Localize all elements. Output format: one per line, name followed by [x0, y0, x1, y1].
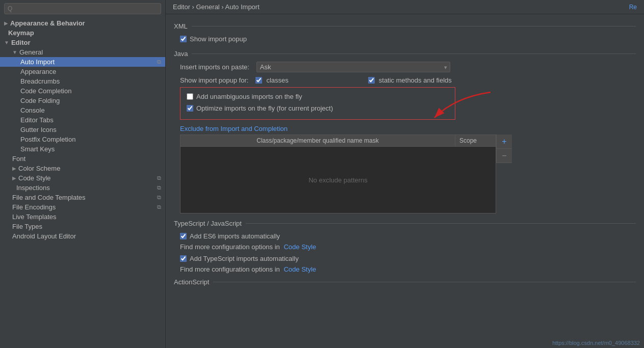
- sidebar-item-label: Console: [20, 106, 45, 114]
- no-patterns-text: No exclude patterns: [308, 176, 368, 184]
- sidebar-item-editor[interactable]: ▼ Editor: [0, 38, 165, 47]
- search-input[interactable]: [4, 3, 161, 14]
- copy-icon: ⧉: [157, 194, 161, 201]
- arrow-icon: ▶: [4, 20, 8, 26]
- table-col-scope: Scope: [455, 135, 496, 146]
- exclude-label: Exclude from Import and Completion: [174, 125, 636, 132]
- sidebar-item-inspections[interactable]: Inspections ⧉: [0, 183, 165, 193]
- find-config-1-text: Find more configuration options in: [180, 243, 280, 251]
- sidebar-item-label: Gutter Icons: [20, 126, 57, 133]
- exclude-table-header: Class/package/member qualified name mask…: [181, 135, 496, 147]
- table-col-name: Class/package/member qualified name mask: [181, 135, 455, 146]
- copy-icon: ⧉: [157, 59, 161, 65]
- add-pattern-button[interactable]: +: [497, 135, 512, 149]
- find-config-2-row: Find more configuration options in Code …: [174, 265, 636, 273]
- sidebar-item-editor-tabs[interactable]: Editor Tabs: [0, 115, 165, 125]
- static-methods-label[interactable]: static methods and fields: [379, 76, 452, 84]
- sidebar: ▶ Appearance & Behavior Keymap ▼ Editor: [0, 0, 166, 348]
- add-unambiguous-row: Add unambiguous imports on the fly: [187, 92, 449, 101]
- add-unambiguous-label[interactable]: Add unambiguous imports on the fly: [196, 93, 302, 100]
- sidebar-item-label: File Encodings: [12, 203, 56, 211]
- sidebar-item-label: Live Templates: [12, 213, 56, 221]
- code-style-link-1[interactable]: Code Style: [284, 243, 316, 251]
- show-popup-for-label: Show import popup for:: [180, 76, 248, 84]
- arrow-icon: ▼: [4, 40, 9, 45]
- breadcrumb: Editor › General › Auto Import: [173, 3, 260, 11]
- exclude-table-body: No exclude patterns: [181, 147, 496, 213]
- exclude-table-actions: + −: [496, 135, 512, 163]
- popup-annotation-box: Add unambiguous imports on the fly Optim…: [180, 87, 455, 120]
- ts-section: TypeScript / JavaScript Add ES6 imports …: [174, 220, 636, 273]
- actionscript-section-header: ActionScript: [174, 278, 636, 286]
- exclude-section: Exclude from Import and Completion Class…: [174, 125, 636, 213]
- sidebar-item-file-types[interactable]: File Types: [0, 222, 165, 231]
- sidebar-item-code-folding[interactable]: Code Folding: [0, 96, 165, 105]
- sidebar-item-file-encodings[interactable]: File Encodings ⧉: [0, 202, 165, 212]
- insert-imports-select[interactable]: Ask Always Never: [256, 62, 450, 72]
- sidebar-item-file-code-templates[interactable]: File and Code Templates ⧉: [0, 193, 165, 202]
- sidebar-item-appearance[interactable]: Appearance: [0, 67, 165, 76]
- sidebar-item-breadcrumbs[interactable]: Breadcrumbs: [0, 76, 165, 86]
- copy-icon: ⧉: [157, 204, 161, 210]
- optimize-imports-checkbox[interactable]: [187, 105, 193, 112]
- actionscript-section: ActionScript: [174, 278, 636, 286]
- sidebar-item-code-completion[interactable]: Code Completion: [0, 86, 165, 96]
- sidebar-item-general[interactable]: ▼ General: [0, 47, 165, 57]
- arrow-icon: ▼: [12, 49, 17, 55]
- content-area: Editor › General › Auto Import Re XML Sh…: [166, 0, 644, 348]
- sidebar-item-smart-keys[interactable]: Smart Keys: [0, 144, 165, 154]
- remove-pattern-button[interactable]: −: [497, 149, 512, 163]
- add-es6-label[interactable]: Add ES6 imports automatically: [190, 232, 280, 240]
- breadcrumb-bar: Editor › General › Auto Import Re: [166, 0, 644, 14]
- reset-link[interactable]: Re: [629, 4, 637, 11]
- sidebar-item-live-templates[interactable]: Live Templates: [0, 212, 165, 222]
- add-unambiguous-checkbox[interactable]: [187, 93, 193, 100]
- insert-imports-select-wrapper: Ask Always Never: [256, 62, 450, 72]
- sidebar-item-label: Appearance & Behavior: [10, 19, 85, 27]
- settings-content: XML Show import popup Java Insert import…: [166, 14, 644, 348]
- watermark: https://blog.csdn.net/m0_49068332: [552, 340, 640, 346]
- sidebar-item-label: Code Folding: [20, 97, 60, 104]
- classes-checkbox[interactable]: [255, 77, 262, 84]
- copy-icon: ⧉: [157, 184, 161, 191]
- optimize-imports-row: Optimize imports on the fly (for current…: [187, 103, 449, 113]
- insert-imports-row: Insert imports on paste: Ask Always Neve…: [174, 62, 636, 72]
- code-style-link-2[interactable]: Code Style: [284, 265, 316, 273]
- arrow-icon: ▶: [12, 166, 16, 171]
- java-section-header: Java: [174, 50, 636, 58]
- add-ts-checkbox[interactable]: [180, 255, 187, 262]
- add-ts-label[interactable]: Add TypeScript imports automatically: [190, 255, 299, 262]
- sidebar-item-label: Postfix Completion: [20, 136, 75, 143]
- sidebar-item-label: Breadcrumbs: [20, 77, 60, 85]
- sidebar-item-label: Android Layout Editor: [12, 232, 76, 240]
- sidebar-item-label: File and Code Templates: [12, 194, 86, 201]
- sidebar-item-gutter-icons[interactable]: Gutter Icons: [0, 125, 165, 135]
- insert-imports-label: Insert imports on paste:: [180, 63, 249, 71]
- sidebar-item-code-style[interactable]: ▶ Code Style ⧉: [0, 173, 165, 183]
- sidebar-item-label: Code Completion: [20, 87, 71, 95]
- sidebar-item-auto-import[interactable]: Auto Import ⧉: [0, 57, 165, 67]
- static-methods-checkbox[interactable]: [368, 77, 375, 84]
- sidebar-item-appearance-behavior[interactable]: ▶ Appearance & Behavior: [0, 18, 165, 28]
- arrow-icon: ▶: [12, 175, 16, 181]
- add-es6-checkbox[interactable]: [180, 233, 187, 239]
- show-popup-for-container: Show import popup for: classes static me…: [174, 75, 636, 120]
- sidebar-item-console[interactable]: Console: [0, 105, 165, 115]
- sidebar-item-label: Color Scheme: [18, 165, 60, 172]
- copy-icon: ⧉: [157, 175, 161, 181]
- sidebar-item-android-layout-editor[interactable]: Android Layout Editor: [0, 231, 165, 241]
- sidebar-item-postfix-completion[interactable]: Postfix Completion: [0, 135, 165, 144]
- find-config-2-text: Find more configuration options in: [180, 265, 280, 273]
- add-ts-row: Add TypeScript imports automatically: [174, 254, 636, 263]
- sidebar-item-label: Inspections: [16, 184, 50, 192]
- sidebar-item-label: Auto Import: [20, 58, 55, 66]
- sidebar-item-font[interactable]: Font: [0, 154, 165, 164]
- sidebar-item-label: General: [19, 48, 43, 56]
- exclude-table-wrapper: Class/package/member qualified name mask…: [174, 135, 636, 213]
- sidebar-item-color-scheme[interactable]: ▶ Color Scheme: [0, 164, 165, 173]
- xml-show-import-checkbox[interactable]: [180, 36, 187, 42]
- optimize-imports-label[interactable]: Optimize imports on the fly (for current…: [196, 104, 333, 112]
- xml-show-import-label[interactable]: Show import popup: [190, 35, 247, 43]
- sidebar-item-keymap[interactable]: Keymap: [0, 28, 165, 38]
- classes-label[interactable]: classes: [266, 76, 288, 84]
